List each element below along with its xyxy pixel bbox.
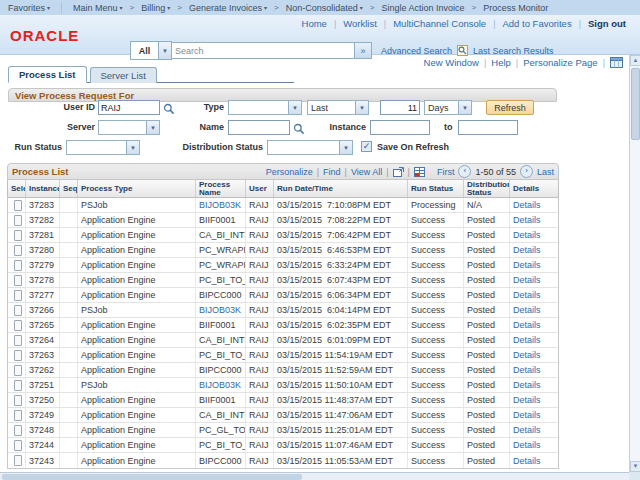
new-window-link[interactable]: New Window bbox=[424, 57, 479, 68]
breadcrumb-favorites[interactable]: Favorites ▾ bbox=[8, 3, 50, 13]
breadcrumb-process-monitor[interactable]: Process Monitor bbox=[483, 3, 548, 13]
row-select-checkbox[interactable] bbox=[14, 260, 22, 271]
row-select-checkbox[interactable] bbox=[14, 275, 22, 286]
row-select-checkbox[interactable] bbox=[14, 230, 22, 241]
search-scope-select[interactable]: All ▼ bbox=[130, 41, 172, 60]
breadcrumb-single-action-invoice[interactable]: Single Action Invoice bbox=[381, 3, 464, 13]
name-lookup-icon[interactable] bbox=[293, 121, 305, 133]
scroll-up-icon[interactable]: ▲ bbox=[630, 55, 640, 66]
search-input[interactable] bbox=[172, 42, 355, 59]
chevron-down-icon[interactable]: ▼ bbox=[355, 101, 368, 114]
details-link[interactable]: Details bbox=[513, 380, 541, 390]
name-input[interactable] bbox=[228, 120, 290, 135]
details-link[interactable]: Details bbox=[513, 320, 541, 330]
save-on-refresh-checkbox[interactable]: ✓ bbox=[361, 141, 372, 152]
process-name-value[interactable]: PC_WRAPPER bbox=[199, 245, 246, 255]
home-link[interactable]: Home bbox=[302, 18, 327, 29]
details-link[interactable]: Details bbox=[513, 456, 541, 466]
view-all-link[interactable]: View All bbox=[351, 167, 382, 177]
col-header-process-name[interactable]: Process Name bbox=[196, 180, 246, 197]
row-select-checkbox[interactable] bbox=[14, 350, 22, 361]
row-select-checkbox[interactable] bbox=[14, 380, 22, 391]
process-name-value[interactable]: BIIF0001 bbox=[199, 215, 236, 225]
zoom-grid-icon[interactable] bbox=[393, 167, 404, 177]
last-select[interactable]: Last ▼ bbox=[307, 100, 369, 115]
multichannel-console-link[interactable]: MultiChannel Console bbox=[393, 18, 486, 29]
process-name-value[interactable]: PC_BI_TO_PC bbox=[199, 275, 246, 285]
row-select-checkbox[interactable] bbox=[14, 455, 22, 466]
vertical-scrollbar[interactable]: ▲ ▼ bbox=[629, 55, 640, 472]
personalize-link[interactable]: Personalize bbox=[266, 167, 313, 177]
col-header-details[interactable]: Details bbox=[510, 180, 560, 197]
days-count-input[interactable] bbox=[380, 100, 420, 115]
process-name-value[interactable]: BIPCC000 bbox=[199, 290, 242, 300]
details-link[interactable]: Details bbox=[513, 200, 541, 210]
details-link[interactable]: Details bbox=[513, 215, 541, 225]
days-unit-select[interactable]: Days ▼ bbox=[424, 100, 472, 115]
row-select-checkbox[interactable] bbox=[14, 245, 22, 256]
chevron-down-icon[interactable]: ▼ bbox=[288, 101, 301, 114]
col-header-distribution-status[interactable]: Distribution Status bbox=[464, 180, 510, 197]
download-spreadsheet-icon[interactable] bbox=[414, 167, 425, 177]
details-link[interactable]: Details bbox=[513, 440, 541, 450]
details-link[interactable]: Details bbox=[513, 395, 541, 405]
chevron-down-icon[interactable]: ▾ bbox=[120, 4, 123, 11]
details-link[interactable]: Details bbox=[513, 410, 541, 420]
col-header-instance[interactable]: Instance bbox=[26, 180, 60, 197]
row-select-checkbox[interactable] bbox=[14, 335, 22, 346]
chevron-down-icon[interactable]: ▼ bbox=[158, 42, 171, 59]
details-link[interactable]: Details bbox=[513, 350, 541, 360]
chevron-down-icon[interactable]: ▼ bbox=[458, 101, 471, 114]
details-link[interactable]: Details bbox=[513, 425, 541, 435]
instance-from-input[interactable] bbox=[370, 120, 430, 135]
refresh-button[interactable]: Refresh bbox=[486, 100, 534, 115]
chevron-down-icon[interactable]: ▼ bbox=[146, 121, 159, 134]
chevron-down-icon[interactable]: ▾ bbox=[47, 4, 50, 11]
distribution-status-select[interactable]: ▼ bbox=[267, 140, 353, 155]
search-go-button[interactable]: » bbox=[355, 42, 372, 59]
pager-first-link[interactable]: First bbox=[437, 167, 455, 177]
details-link[interactable]: Details bbox=[513, 290, 541, 300]
breadcrumb-main-menu[interactable]: Main Menu ▾ bbox=[73, 3, 123, 13]
pager-prev-icon[interactable]: ‹ bbox=[458, 165, 471, 178]
details-link[interactable]: Details bbox=[513, 305, 541, 315]
find-link[interactable]: Find bbox=[323, 167, 341, 177]
process-name-value[interactable]: BIJOB03K bbox=[199, 305, 241, 315]
process-name-value[interactable]: CA_BI_INTFC bbox=[199, 335, 246, 345]
process-name-value[interactable]: PC_BI_TO_PC bbox=[199, 350, 246, 360]
col-header-user[interactable]: User bbox=[246, 180, 274, 197]
vertical-scrollbar-thumb[interactable] bbox=[631, 68, 640, 140]
process-name-value[interactable]: BIJOB03K bbox=[199, 200, 241, 210]
process-name-value[interactable]: BIJOB03K bbox=[199, 380, 241, 390]
col-header-process-type[interactable]: Process Type bbox=[78, 180, 196, 197]
details-link[interactable]: Details bbox=[513, 275, 541, 285]
row-select-checkbox[interactable] bbox=[14, 395, 22, 406]
horizontal-scrollbar[interactable] bbox=[0, 472, 629, 480]
http-window-icon[interactable] bbox=[610, 57, 623, 68]
details-link[interactable]: Details bbox=[513, 260, 541, 270]
tab-process-list[interactable]: Process List bbox=[8, 66, 87, 83]
process-name-value[interactable]: PC_BI_TO_PC bbox=[199, 440, 246, 450]
row-select-checkbox[interactable] bbox=[14, 290, 22, 301]
col-header-select[interactable]: Select bbox=[8, 180, 26, 197]
col-header-seq[interactable]: Seq. bbox=[60, 180, 78, 197]
add-to-favorites-link[interactable]: Add to Favorites bbox=[502, 18, 571, 29]
pager-last-link[interactable]: Last bbox=[537, 167, 554, 177]
process-name-value[interactable]: BIPCC000 bbox=[199, 456, 242, 466]
details-link[interactable]: Details bbox=[513, 230, 541, 240]
server-select[interactable]: ▼ bbox=[98, 120, 160, 135]
row-select-checkbox[interactable] bbox=[14, 200, 22, 211]
personalize-page-link[interactable]: Personalize Page bbox=[523, 57, 597, 68]
user-id-input[interactable] bbox=[98, 100, 160, 115]
breadcrumb-billing[interactable]: Billing ▾ bbox=[141, 3, 170, 13]
col-header-run-datetime[interactable]: Run Date/Time bbox=[274, 180, 408, 197]
scroll-down-icon[interactable]: ▼ bbox=[630, 461, 640, 472]
process-name-value[interactable]: BIPCC000 bbox=[199, 365, 242, 375]
worklist-link[interactable]: Worklist bbox=[343, 18, 377, 29]
details-link[interactable]: Details bbox=[513, 245, 541, 255]
pager-next-icon[interactable]: › bbox=[520, 165, 533, 178]
run-status-select[interactable]: ▼ bbox=[66, 140, 140, 155]
row-select-checkbox[interactable] bbox=[14, 320, 22, 331]
process-name-value[interactable]: PC_GL_TO_PC bbox=[199, 425, 246, 435]
last-search-results-link[interactable]: Last Search Results bbox=[473, 46, 554, 56]
